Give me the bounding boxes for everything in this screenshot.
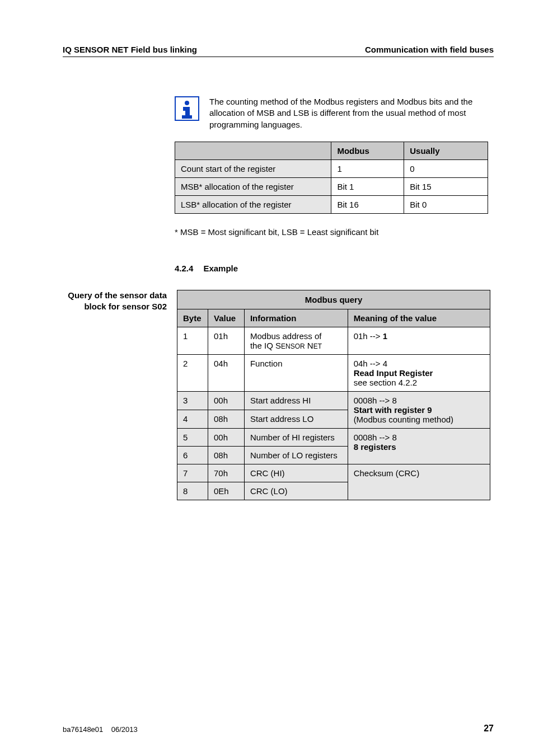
cell: Modbus address ofthe IQ SENSOR NET [244,327,348,354]
content-area: The counting method of the Modbus regist… [63,96,494,690]
t1-r3-usually: Bit 0 [404,195,488,213]
t2-h-byte: Byte [177,309,208,327]
t1-r1-label: Count start of the register [175,159,331,177]
cell: Start address LO [244,410,348,428]
table-row: 2 04h Function 04h --> 4Read Input Regis… [177,354,490,391]
info-callout: The counting method of the Modbus regist… [175,96,494,130]
cell: Start address HI [244,391,348,410]
footer-left: ba76148e01 06/2013 [63,725,138,734]
section-title: Example [203,264,238,273]
cell: 08h [208,446,244,464]
t1-r2-usually: Bit 15 [404,177,488,195]
table-row: LSB* allocation of the register Bit 16 B… [175,195,488,213]
page-footer: ba76148e01 06/2013 27 [63,724,494,734]
table-row: MSB* allocation of the register Bit 1 Bi… [175,177,488,195]
t1-blank-header [175,142,331,159]
counting-table-wrap: Modbus Usually Count start of the regist… [175,142,494,214]
cell: 00h [208,428,244,446]
header-right: Communication with field buses [365,45,494,54]
section-number: 4.2.4 [175,264,193,273]
query-row: Query of the sensor datablock for sensor… [63,290,494,500]
cell: 04h [208,354,244,391]
cell: Number of LO registers [244,446,348,464]
cell: 0008h --> 88 registers [348,428,490,464]
t1-header-modbus: Modbus [331,142,404,159]
modbus-query-table: Modbus query Byte Value Information Mean… [177,290,490,500]
table-row: Count start of the register 1 0 [175,159,488,177]
cell: 04h --> 4Read Input Registersee section … [348,354,490,391]
t2-title: Modbus query [177,290,490,309]
table-row: 7 70h CRC (HI) Checksum (CRC) [177,464,490,482]
footnote: * MSB = Most significant bit, LSB = Leas… [175,227,494,237]
t1-r3-modbus: Bit 16 [331,195,404,213]
info-icon [175,96,199,121]
cell: Checksum (CRC) [348,464,490,500]
cell: 0Eh [208,482,244,500]
page-header: IQ SENSOR NET Field bus linking Communic… [63,45,494,54]
cell: 6 [177,446,208,464]
cell: 01h [208,327,244,354]
header-left: IQ SENSOR NET Field bus linking [63,45,197,54]
table-row: 3 00h Start address HI 0008h --> 8Start … [177,391,490,410]
table-row: 5 00h Number of HI registers 0008h --> 8… [177,428,490,446]
cell: Function [244,354,348,391]
table-row: 1 01h Modbus address ofthe IQ SENSOR NET… [177,327,490,354]
cell: 8 [177,482,208,500]
cell: 01h --> 1 [348,327,490,354]
t1-r2-label: MSB* allocation of the register [175,177,331,195]
cell: CRC (HI) [244,464,348,482]
footer-doc: ba76148e01 [63,725,103,734]
cell: 4 [177,410,208,428]
svg-point-1 [185,101,189,105]
counting-table: Modbus Usually Count start of the regist… [175,142,488,214]
t2-h-info: Information [244,309,348,327]
cell: 7 [177,464,208,482]
cell: 3 [177,391,208,410]
t1-r1-modbus: 1 [331,159,404,177]
t2-h-meaning: Meaning of the value [348,309,490,327]
t1-r1-usually: 0 [404,159,488,177]
cell: 00h [208,391,244,410]
section-heading: 4.2.4Example [175,264,494,273]
header-rule [63,57,494,57]
cell: 0008h --> 8Start with register 9(Modbus … [348,391,490,428]
cell: 1 [177,327,208,354]
cell: 70h [208,464,244,482]
cell: 08h [208,410,244,428]
t1-r2-modbus: Bit 1 [331,177,404,195]
footer-date: 06/2013 [111,725,138,734]
cell: 2 [177,354,208,391]
svg-rect-4 [182,115,192,119]
t1-r3-label: LSB* allocation of the register [175,195,331,213]
t1-header-usually: Usually [404,142,488,159]
t2-h-value: Value [208,309,244,327]
cell: CRC (LO) [244,482,348,500]
page-number: 27 [484,724,494,734]
cell: Number of HI registers [244,428,348,446]
side-label: Query of the sensor datablock for sensor… [63,290,167,313]
cell: 5 [177,428,208,446]
info-text: The counting method of the Modbus regist… [209,96,494,130]
